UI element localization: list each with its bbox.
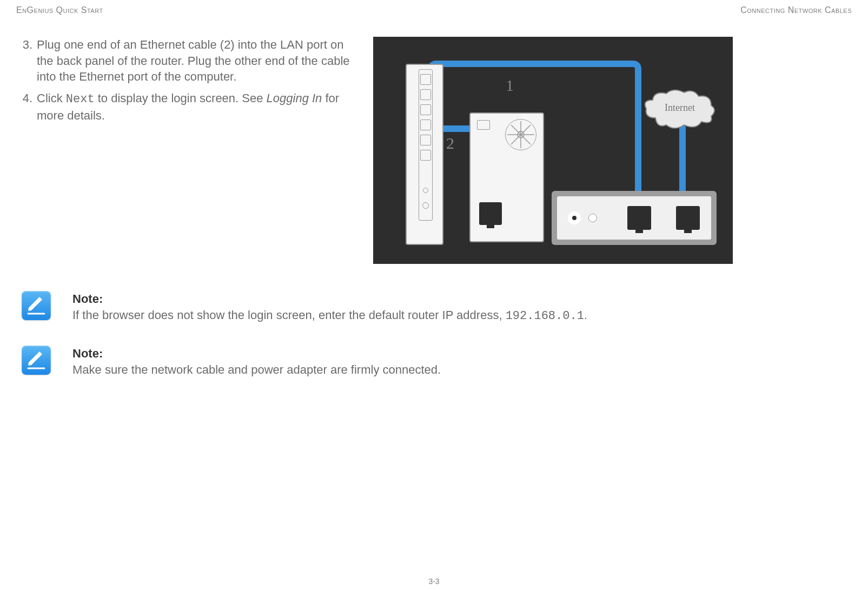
cable-label-2: 2 [446, 134, 454, 153]
computer-device [469, 112, 544, 242]
instruction-item-3: 3. Plug one end of an Ethernet cable (2)… [16, 37, 362, 85]
router-device [406, 64, 443, 245]
note-text: Note: Make sure the network cable and po… [72, 346, 441, 379]
router-port [420, 150, 431, 161]
note-code: 192.168.0.1 [506, 309, 584, 323]
step-number: 3. [16, 37, 32, 85]
step-body: Plug one end of an Ethernet cable (2) in… [37, 37, 362, 85]
header-left: EnGenius Quick Start [16, 5, 103, 15]
router-port [420, 74, 431, 85]
text: Click [37, 91, 66, 105]
router-port [420, 89, 431, 100]
router-jack [422, 202, 429, 209]
reference-text: Logging In [267, 91, 322, 105]
note-icon [22, 291, 51, 320]
network-diagram: 1 2 [373, 37, 733, 264]
note-block: Note: If the browser does not show the l… [22, 291, 852, 324]
pc-ethernet-port [479, 202, 502, 225]
router-port [420, 135, 431, 145]
pc-fan-icon [505, 119, 536, 150]
internet-cloud-icon: Internet [642, 88, 718, 131]
text-column: 3. Plug one end of an Ethernet cable (2)… [16, 37, 362, 264]
page-number: 3-3 [0, 577, 868, 586]
note-icon [22, 346, 51, 375]
note-body-suffix: . [584, 308, 587, 322]
instruction-list: 3. Plug one end of an Ethernet cable (2)… [16, 37, 362, 123]
modem-coax-port [568, 211, 581, 224]
note-body-prefix: If the browser does not show the login s… [72, 308, 506, 322]
note-title: Note: [72, 291, 587, 307]
note-title: Note: [72, 346, 441, 362]
modem-ethernet-port [676, 206, 700, 230]
router-jack [423, 188, 428, 193]
modem-face [557, 196, 711, 240]
instruction-item-4: 4. Click Next to display the login scree… [16, 90, 362, 123]
note-text: Note: If the browser does not show the l… [72, 291, 587, 324]
page-header: EnGenius Quick Start Connecting Network … [16, 5, 852, 15]
modem-ethernet-port [627, 206, 651, 230]
router-port [420, 104, 431, 115]
modem-button [588, 214, 597, 222]
step-body: Click Next to display the login screen. … [37, 90, 362, 123]
text: to display the login screen. See [95, 91, 267, 105]
notes-section: Note: If the browser does not show the l… [16, 291, 852, 379]
note-body-prefix: Make sure the network cable and power ad… [72, 363, 441, 376]
note-block: Note: Make sure the network cable and po… [22, 346, 852, 379]
cloud-label: Internet [665, 102, 695, 113]
code-text: Next [66, 92, 95, 106]
cable-label-1: 1 [506, 76, 514, 95]
step-number: 4. [16, 90, 32, 123]
router-port [420, 120, 431, 130]
diagram-column: 1 2 [373, 37, 852, 264]
pc-port [477, 120, 490, 130]
modem-device [552, 191, 717, 245]
header-right: Connecting Network Cables [740, 5, 852, 15]
router-port-strip [419, 69, 433, 221]
content-row: 3. Plug one end of an Ethernet cable (2)… [16, 37, 852, 264]
